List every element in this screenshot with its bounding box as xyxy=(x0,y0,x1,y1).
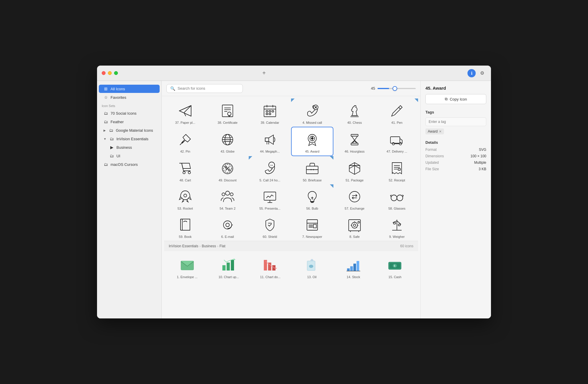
flat-icon-chart-up[interactable]: 10. Chart up... xyxy=(208,253,249,281)
icon-cell-globe[interactable]: 43. Globe xyxy=(206,127,249,156)
google-material-label: Google Material Icons xyxy=(116,128,153,133)
sidebar-item-favorites[interactable]: ☆ Favorites xyxy=(99,93,160,101)
flat-icon-chart-down[interactable]: 11. Chart do... xyxy=(250,253,291,281)
grid-icon: ⊞ xyxy=(103,86,108,91)
tag-remove-button[interactable]: ✕ xyxy=(439,130,442,133)
sidebar-item-ui[interactable]: 🗂 UI xyxy=(99,152,160,160)
flat-icon-oil[interactable]: 13. Oil xyxy=(291,253,333,281)
icon-cell-paper-plane[interactable]: 37. Paper pl... xyxy=(164,98,206,127)
add-button[interactable]: + xyxy=(260,70,268,77)
icon-label-cart: 48. Cart xyxy=(179,178,191,182)
email-icon xyxy=(219,216,236,234)
icon-cell-safe[interactable]: 8. Safe xyxy=(333,213,376,241)
svg-line-26 xyxy=(399,107,400,109)
icon-cell-glasses[interactable]: 58. Glasses xyxy=(376,184,418,213)
icon-cell-email[interactable]: 6. E-mail xyxy=(206,213,249,241)
svg-rect-36 xyxy=(351,134,358,136)
icon-label-bulb: 56. Bulb xyxy=(306,207,318,210)
sidebar-item-macos-cursors[interactable]: 🗂 macOS Cursors xyxy=(99,160,160,168)
section-breadcrumb: InVision Essentials › Business › Flat 60… xyxy=(164,241,418,251)
team-icon xyxy=(219,188,236,206)
missed-call-icon xyxy=(303,102,321,120)
svg-rect-17 xyxy=(269,111,271,112)
titlebar: + ℹ ⚙ xyxy=(97,66,491,81)
copy-icon-button[interactable]: ⧉ Copy Icon xyxy=(425,94,486,104)
icon-cell-briefcase[interactable]: 50. Briefcase xyxy=(291,156,333,184)
shield-icon xyxy=(261,216,279,234)
flat-icon-cash[interactable]: $ 15. Cash xyxy=(374,253,416,281)
svg-rect-63 xyxy=(398,168,400,170)
icon-cell-presentation[interactable]: 55. Presenta... xyxy=(249,184,291,213)
icon-cell-discount[interactable]: % 49. Discount xyxy=(206,156,249,184)
icon-cell-shield[interactable]: 60. Shield xyxy=(249,213,291,241)
bulb-icon xyxy=(303,188,321,206)
minimize-button[interactable] xyxy=(108,71,112,75)
icon-cell-receipt[interactable]: 52. Receipt xyxy=(376,156,418,184)
detail-key-updated: Updated xyxy=(425,161,470,165)
flat-label-chart-down: 11. Chart do... xyxy=(260,275,280,279)
titlebar-right: ℹ ⚙ xyxy=(467,69,486,77)
svg-point-81 xyxy=(226,223,229,227)
sidebar-item-business[interactable]: ▶ Business xyxy=(99,143,160,151)
icon-cell-rocket[interactable]: 53. Rocket xyxy=(164,184,206,213)
icon-cell-award[interactable]: 45. Award xyxy=(291,127,333,156)
icon-cell-missed-call[interactable]: 4. Missed call xyxy=(291,98,333,127)
icon-cell-cart[interactable]: 48. Cart xyxy=(164,156,206,184)
svg-rect-68 xyxy=(264,192,276,200)
breadcrumb-chevron-2: › xyxy=(217,244,218,248)
icon-cell-pin[interactable]: 42. Pin xyxy=(164,127,206,156)
icon-cell-call24[interactable]: 24 5. Call 24 ho... xyxy=(249,156,291,184)
flat-icons-row: 1. Envelope ... 10. Char xyxy=(164,251,418,283)
maximize-button[interactable] xyxy=(114,71,118,75)
flat-icon-envelope[interactable]: 1. Envelope ... xyxy=(166,253,208,281)
icon-cell-book[interactable]: 59. Book xyxy=(164,213,206,241)
breadcrumb-item-1[interactable]: InVision Essentials xyxy=(169,244,198,248)
icon-cell-pen[interactable]: 41. Pen xyxy=(376,98,418,127)
breadcrumb-item-2[interactable]: Business xyxy=(202,244,216,248)
icon-label-hourglass: 46. Hourglass xyxy=(345,150,365,153)
tag-input[interactable] xyxy=(425,117,486,126)
icon-label-briefcase: 50. Briefcase xyxy=(303,178,322,182)
icon-cell-certificate[interactable]: 38. Certificate xyxy=(206,98,249,127)
icon-cell-hourglass[interactable]: 46. Hourglass xyxy=(333,127,376,156)
discount-icon: % xyxy=(219,160,236,177)
flag-icon-4 xyxy=(330,156,333,160)
sidebar-item-70-social[interactable]: 🗂 70 Social Icons xyxy=(99,109,160,117)
size-slider[interactable] xyxy=(377,88,416,89)
sidebar-item-all-icons[interactable]: ⊞ All Icons xyxy=(99,85,160,93)
icon-cell-chess[interactable]: 40. Chess xyxy=(333,98,376,127)
breadcrumb-item-3[interactable]: Flat xyxy=(220,244,225,248)
icon-label-certificate: 38. Certificate xyxy=(218,121,238,124)
folder-icon-4: 🗂 xyxy=(109,136,114,141)
svg-point-64 xyxy=(184,194,187,197)
svg-point-75 xyxy=(349,191,360,202)
feather-label: Feather xyxy=(111,120,124,124)
icon-cell-newspaper[interactable]: 7. Newspaper xyxy=(291,213,333,241)
icon-cell-delivery[interactable]: 47. Delivery ... xyxy=(376,127,418,156)
search-input[interactable] xyxy=(178,86,239,91)
icon-cell-calendar[interactable]: 39. Calendar xyxy=(249,98,291,127)
sidebar-item-invision-essentials[interactable]: ▼ 🗂 InVision Essentials xyxy=(99,135,160,143)
icon-label-newspaper: 7. Newspaper xyxy=(302,235,322,238)
icon-label-delivery: 47. Delivery ... xyxy=(387,150,407,153)
traffic-lights xyxy=(102,71,118,75)
search-bar[interactable]: 🔍 xyxy=(166,84,243,93)
flag-icon-5 xyxy=(330,184,333,188)
sidebar-item-google-material[interactable]: ▶ 🗂 Google Material Icons xyxy=(99,126,160,134)
info-button[interactable]: ℹ xyxy=(467,69,476,77)
flat-icon-stock[interactable]: 14. Stock xyxy=(333,253,374,281)
icon-cell-weigher[interactable]: 9. Weigher xyxy=(376,213,418,241)
icon-label-weigher: 9. Weigher xyxy=(389,235,405,238)
sidebar-item-feather[interactable]: 🗂 Feather xyxy=(99,118,160,126)
filter-button[interactable]: ⚙ xyxy=(478,69,486,77)
icon-cell-team[interactable]: 54. Team 2 xyxy=(206,184,249,213)
icon-cell-bulb[interactable]: 56. Bulb xyxy=(291,184,333,213)
icon-cell-megaphone[interactable]: 44. Megaph... xyxy=(249,127,291,156)
folder-icon-2: 🗂 xyxy=(103,119,108,124)
flat-oil-icon xyxy=(303,256,321,274)
detail-val-format: SVG xyxy=(470,148,486,152)
icon-cell-package[interactable]: 51. Package xyxy=(333,156,376,184)
icon-cell-exchange[interactable]: 57. Exchange xyxy=(333,184,376,213)
close-button[interactable] xyxy=(102,71,106,75)
svg-point-77 xyxy=(397,195,403,201)
